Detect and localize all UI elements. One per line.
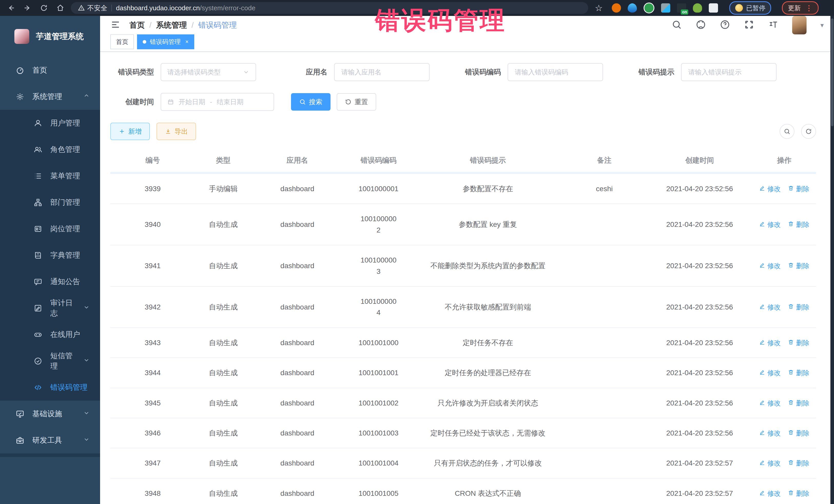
back-icon[interactable] [5, 2, 17, 14]
edit-link[interactable]: 修改 [759, 338, 781, 348]
delete-link[interactable]: 删除 [788, 488, 809, 499]
sidebar-item-错误码管理[interactable]: 错误码管理 [0, 374, 100, 400]
orange-ring-extension-icon[interactable] [612, 3, 621, 13]
sidebar-item-岗位管理[interactable]: 岗位管理 [0, 216, 100, 242]
sidebar-item-label: 菜单管理 [50, 171, 80, 181]
date-range-picker[interactable]: 开始日期 - 结束日期 [161, 93, 274, 111]
table-row[interactable]: 3942自动生成dashboard100100000 4不允许获取敏感配置到前端… [110, 286, 816, 328]
app-name-input[interactable] [341, 68, 423, 76]
scrollbar-thumb[interactable] [831, 19, 833, 126]
edit-link[interactable]: 修改 [759, 398, 781, 408]
font-size-icon[interactable] [768, 20, 778, 31]
breadcrumb-separator: / [192, 21, 194, 29]
sidebar-item-审计日志[interactable]: 审计日志 [0, 295, 100, 321]
sidebar-item-通知公告[interactable]: 通知公告 [0, 268, 100, 295]
edit-link[interactable]: 修改 [759, 368, 781, 378]
delete-link[interactable]: 删除 [788, 184, 809, 194]
add-button[interactable]: 新增 [110, 123, 150, 140]
security-warning-icon[interactable]: 不安全 [78, 4, 107, 13]
blue-drop-extension-icon[interactable] [628, 3, 637, 13]
collapse-menu-icon[interactable] [110, 20, 120, 31]
sidebar-item-部门管理[interactable]: 部门管理 [0, 189, 100, 216]
bookmark-star-icon[interactable]: ☆ [595, 3, 602, 13]
table-cell [562, 286, 647, 328]
table-cell: 2021-04-20 23:52:56 [647, 204, 753, 245]
close-tab-icon[interactable]: × [185, 39, 189, 45]
address-bar[interactable]: 不安全 dashboard.yudao.iocoder.cn/system/er… [71, 2, 588, 14]
table-row[interactable]: 3939手动编辑dashboard1001000001参数配置不存在ceshi2… [110, 173, 816, 204]
github-icon[interactable] [696, 20, 706, 31]
edit-link[interactable]: 修改 [759, 302, 781, 312]
delete-link[interactable]: 删除 [788, 368, 809, 378]
delete-link[interactable]: 删除 [788, 338, 809, 348]
table-row[interactable]: 3943自动生成dashboard1001001000定时任务不存在2021-0… [110, 328, 816, 358]
table-row[interactable]: 3947自动生成dashboard1001001004只有开启状态的任务，才可以… [110, 448, 816, 478]
sidebar-item-字典管理[interactable]: 字典管理 [0, 242, 100, 268]
sidebar-item-研发工具[interactable]: 研发工具 [0, 427, 100, 454]
delete-link[interactable]: 删除 [788, 398, 809, 408]
sidebar-item-系统管理[interactable]: 系统管理 [0, 83, 100, 110]
sidebar-item-在线用户[interactable]: 在线用户 [0, 321, 100, 348]
tab-error-code[interactable]: 错误码管理 × [137, 35, 194, 49]
green-key-extension-icon[interactable] [693, 3, 702, 13]
table-row[interactable]: 3940自动生成dashboard100100000 2参数配置 key 重复2… [110, 204, 816, 245]
blue-grid-extension-icon[interactable] [661, 3, 670, 13]
sidebar-item-首页[interactable]: 首页 [0, 57, 100, 83]
tab-home[interactable]: 首页 [110, 35, 134, 49]
sidebar-item-基础设施[interactable]: 基础设施 [0, 400, 100, 427]
browser-update-button[interactable]: 更新 ⋮ [782, 1, 819, 15]
help-icon[interactable] [720, 20, 730, 31]
refresh-icon[interactable] [801, 124, 816, 139]
browser-menu-icon[interactable]: ⋮ [805, 4, 813, 12]
sidebar-item-用户管理[interactable]: 用户管理 [0, 110, 100, 136]
dark-list-extension-icon[interactable]: on [677, 3, 686, 13]
user-avatar[interactable] [792, 16, 807, 35]
export-button[interactable]: 导出 [156, 123, 196, 140]
edit-link[interactable]: 修改 [759, 458, 781, 468]
search-icon[interactable] [672, 20, 682, 31]
table-row[interactable]: 3948自动生成dashboard1001001005CRON 表达式不正确20… [110, 478, 816, 504]
delete-link[interactable]: 删除 [788, 458, 809, 468]
breadcrumb-system[interactable]: 系统管理 [156, 20, 187, 30]
edit-icon [759, 398, 765, 408]
toggle-search-icon[interactable] [780, 124, 794, 139]
reset-button[interactable]: 重置 [337, 93, 376, 111]
delete-link[interactable]: 删除 [788, 219, 809, 230]
edit-link[interactable]: 修改 [759, 184, 781, 194]
table-row[interactable]: 3945自动生成dashboard1001001002只允许修改为开启或者关闭状… [110, 388, 816, 418]
reload-icon[interactable] [38, 2, 50, 14]
table-row[interactable]: 3946自动生成dashboard1001001003定时任务已经处于该状态，无… [110, 418, 816, 448]
delete-link[interactable]: 删除 [788, 302, 809, 312]
date-separator: - [210, 98, 212, 106]
fullscreen-icon[interactable] [744, 20, 754, 31]
breadcrumb-home[interactable]: 首页 [129, 20, 145, 30]
search-button[interactable]: 搜索 [291, 93, 331, 111]
delete-link[interactable]: 删除 [788, 261, 809, 271]
edit-link[interactable]: 修改 [759, 219, 781, 230]
sidebar-item-label: 在线用户 [50, 329, 80, 340]
table-row[interactable]: 3944自动生成dashboard1001001001定时任务的处理器已经存在2… [110, 358, 816, 388]
error-type-select[interactable]: 请选择错误码类型 [161, 63, 256, 81]
toolbox-icon [15, 436, 25, 445]
sidebar-item-菜单管理[interactable]: 菜单管理 [0, 163, 100, 189]
sidebar-logo-row[interactable]: 芋道管理系统 [0, 16, 100, 57]
edit-link[interactable]: 修改 [759, 428, 781, 438]
error-code-input[interactable] [514, 68, 596, 76]
delete-link[interactable]: 删除 [788, 428, 809, 438]
sidebar-item-短信管理[interactable]: 短信管理 [0, 348, 100, 374]
edit-link[interactable]: 修改 [759, 261, 781, 271]
chevron-down-icon[interactable]: ▾ [820, 21, 824, 29]
table-cell: 3939 [110, 173, 195, 204]
filter-row-2: 创建时间 开始日期 - 结束日期 搜索 重置 [110, 93, 816, 111]
error-hint-input[interactable] [688, 68, 770, 76]
home-icon[interactable] [54, 2, 66, 14]
sidebar-item-角色管理[interactable]: 角色管理 [0, 136, 100, 163]
forward-icon[interactable] [22, 2, 34, 14]
green-check-extension-icon[interactable] [643, 3, 654, 13]
table-row[interactable]: 3941自动生成dashboard100100000 3不能删除类型为系统内置的… [110, 245, 816, 286]
scrollbar[interactable] [830, 16, 834, 504]
puzzle-extension-icon[interactable] [709, 3, 718, 13]
edit-link[interactable]: 修改 [759, 488, 781, 499]
profile-paused-pill[interactable]: 已暂停 [729, 1, 771, 15]
table-cell [562, 388, 647, 418]
